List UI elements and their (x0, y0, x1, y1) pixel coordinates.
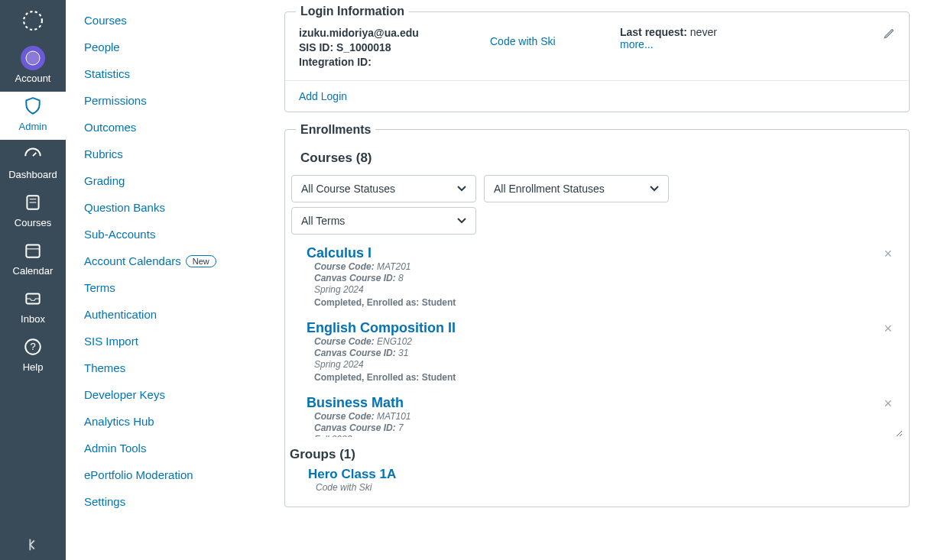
course-link[interactable]: Calculus I (307, 245, 372, 261)
last-request-value: never (690, 26, 717, 38)
login-row: izuku.midoriya@ua.edu SIS ID: S_1000018 … (285, 18, 909, 81)
help-icon: ? (0, 337, 66, 359)
svg-point-0 (24, 11, 42, 30)
login-info-section: Login Information izuku.midoriya@ua.edu … (284, 5, 910, 112)
admin-nav-terms[interactable]: Terms (84, 281, 240, 294)
admin-nav-grading[interactable]: Grading (84, 174, 240, 187)
global-nav: Account Admin Dashboard Courses Calendar (0, 0, 66, 560)
enrollments-legend: Enrollments (296, 123, 375, 137)
course-item: Business MathCourse Code: MAT101Canvas C… (307, 390, 897, 438)
nav-courses-label: Courses (15, 217, 51, 228)
sis-id-value: S_1000018 (336, 41, 391, 53)
group-account: Code with Ski (316, 482, 909, 493)
admin-nav-question-banks[interactable]: Question Banks (84, 201, 240, 214)
nav-courses[interactable]: Courses (0, 188, 66, 236)
nav-account[interactable]: Account (0, 41, 66, 92)
nav-dashboard[interactable]: Dashboard (0, 140, 66, 188)
admin-nav-eportfolio-moderation[interactable]: ePortfolio Moderation (84, 468, 240, 481)
pencil-icon (883, 26, 897, 40)
login-provider-link[interactable]: Code with Ski (490, 35, 556, 47)
calendar-icon (0, 241, 66, 263)
admin-nav-sub-accounts[interactable]: Sub-Accounts (84, 228, 240, 241)
svg-rect-6 (26, 244, 39, 257)
avatar-icon (21, 46, 45, 70)
nav-admin-label: Admin (19, 121, 47, 132)
admin-nav-themes[interactable]: Themes (84, 361, 240, 374)
course-item: Calculus ICourse Code: MAT201Canvas Cour… (307, 241, 897, 316)
nav-help[interactable]: ? Help (0, 332, 66, 380)
remove-enrollment-button[interactable]: × (884, 397, 892, 410)
admin-nav-rubrics[interactable]: Rubrics (84, 147, 240, 160)
nav-dashboard-label: Dashboard (8, 169, 57, 180)
admin-nav-analytics-hub[interactable]: Analytics Hub (84, 415, 240, 428)
remove-enrollment-button[interactable]: × (884, 247, 892, 261)
edit-login-button[interactable] (883, 26, 897, 42)
nav-inbox-label: Inbox (21, 313, 45, 325)
enrollment-status-filter[interactable]: All Enrollment Statuses (484, 175, 669, 202)
admin-nav-settings[interactable]: Settings (84, 495, 240, 508)
shield-icon (0, 96, 66, 118)
nav-account-label: Account (15, 73, 51, 84)
main-content: Login Information izuku.midoriya@ua.edu … (249, 5, 928, 507)
last-request-label: Last request: (620, 26, 687, 38)
nav-help-label: Help (23, 361, 44, 373)
admin-nav-statistics[interactable]: Statistics (84, 67, 240, 80)
admin-nav-courses[interactable]: Courses (84, 14, 240, 27)
course-list[interactable]: Calculus ICourse Code: MAT201Canvas Cour… (291, 241, 903, 438)
arrow-left-icon (24, 536, 41, 553)
group-link[interactable]: Hero Class 1A (308, 467, 396, 481)
admin-nav-account-calendars[interactable]: Account Calendars (84, 254, 181, 267)
nav-calendar-label: Calendar (13, 265, 54, 277)
svg-text:?: ? (30, 341, 35, 352)
admin-nav-admin-tools[interactable]: Admin Tools (84, 442, 240, 455)
book-icon (0, 193, 66, 215)
course-status-filter[interactable]: All Course Statuses (291, 175, 476, 202)
admin-nav-people[interactable]: People (84, 40, 240, 53)
inbox-icon (0, 289, 66, 311)
admin-nav-permissions[interactable]: Permissions (84, 94, 240, 107)
course-status: Completed, Enrolled as: Student (314, 297, 874, 308)
nav-inbox[interactable]: Inbox (0, 284, 66, 332)
login-email: izuku.midoriya@ua.edu (299, 26, 490, 40)
groups-header: Groups (1) (290, 447, 909, 462)
admin-nav-outcomes[interactable]: Outcomes (84, 121, 240, 134)
course-status: Completed, Enrolled as: Student (314, 372, 874, 383)
last-request-more-link[interactable]: more... (620, 38, 654, 50)
course-link[interactable]: Business Math (307, 395, 404, 410)
login-info-legend: Login Information (296, 5, 409, 18)
nav-calendar[interactable]: Calendar (0, 236, 66, 284)
remove-enrollment-button[interactable]: × (884, 322, 892, 335)
nav-collapse-arrow[interactable] (0, 536, 66, 555)
nav-admin[interactable]: Admin (0, 92, 66, 140)
new-pill: New (186, 255, 216, 267)
dashboard-icon (0, 144, 66, 167)
sis-id-label: SIS ID: (299, 41, 333, 53)
group-item: Hero Class 1ACode with Ski (308, 467, 909, 493)
admin-nav-authentication[interactable]: Authentication (84, 308, 240, 321)
enrollments-section: Enrollments Courses (8) All Course Statu… (284, 123, 910, 507)
group-list: Hero Class 1ACode with Ski (285, 467, 909, 493)
integration-id-label: Integration ID: (299, 56, 372, 68)
canvas-logo[interactable] (0, 0, 66, 41)
admin-subnav: CoursesPeopleStatisticsPermissionsOutcom… (66, 0, 249, 560)
course-item: English Composition IICourse Code: ENG10… (307, 316, 897, 390)
term-filter[interactable]: All Terms (291, 207, 476, 235)
courses-header: Courses (8) (300, 151, 909, 166)
admin-nav-sis-import[interactable]: SIS Import (84, 335, 240, 348)
canvas-logo-icon (23, 11, 43, 31)
add-login-link[interactable]: Add Login (299, 90, 347, 102)
svg-point-1 (26, 51, 40, 65)
svg-line-2 (33, 153, 36, 156)
course-link[interactable]: English Composition II (307, 320, 456, 335)
admin-nav-developer-keys[interactable]: Developer Keys (84, 388, 240, 401)
